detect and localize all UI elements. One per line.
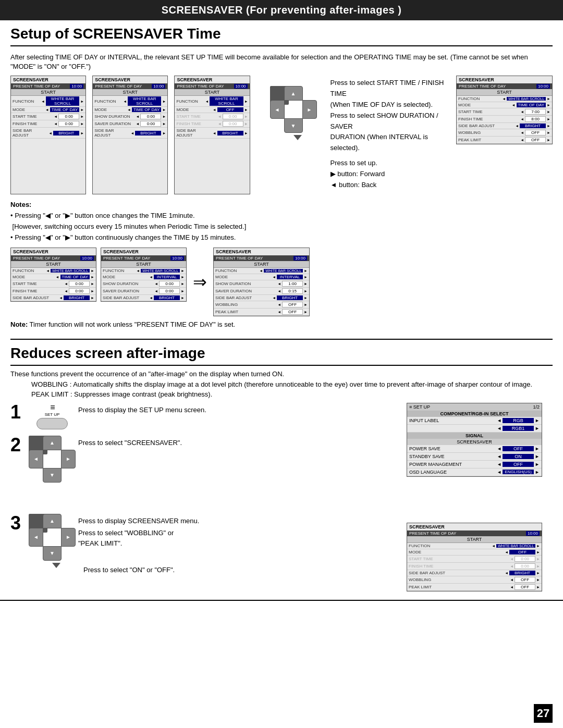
dpad-left-3[interactable]: ◄ [29, 528, 43, 547]
step-2-text: Press to select "SCREENSAVER". [78, 436, 182, 448]
right-menu-area: SCREENSAVER PRESENT TIME OF DAY 10:00 ST… [456, 76, 553, 194]
step-1: 1 ≡ SET UP Press to display the SET UP m… [10, 403, 407, 430]
bottom-menu-area: SCREENSAVER PRESENT TIME OF DAY 10:00 ST… [10, 248, 553, 316]
step-3-icon: ▲ ◄ ► ▼ [31, 514, 73, 561]
remote-section-1: ▲ ◄ ► ▼ Press to select START TIME / FIN… [265, 76, 450, 190]
bottom-note: Note: Timer function will not work unles… [10, 319, 553, 330]
step-1-icon: ≡ SET UP [31, 403, 73, 430]
menu-box-1-titlebar: PRESENT TIME OF DAY 10:00 [11, 83, 85, 89]
arrow-indicator [293, 135, 302, 140]
remote-dpad-1: ▲ ◄ ► ▼ [265, 76, 322, 190]
page-header: SCREENSAVER (For preventing after-images… [0, 0, 563, 20]
step-3: 3 ▲ ◄ ► ▼ Press to display [10, 514, 407, 575]
setup-menu-box: ≡ SET UP 1/2 COMPONENT/RGB-IN SELECT INP… [407, 403, 542, 477]
dpad-left-2[interactable]: ◄ [29, 450, 43, 468]
menu-box-1-header: SCREENSAVER [11, 76, 85, 83]
section2-intro: These functions prevent the occurrence o… [10, 369, 553, 400]
section-divider [10, 339, 553, 340]
dpad-down-2[interactable]: ▼ [43, 468, 62, 483]
step-3-text2: Press to select "WOBBLING" or"PEAK LIMIT… [78, 526, 199, 548]
section1-intro: After selecting TIME OF DAY or INTERVAL,… [10, 53, 553, 71]
menu-box-1: SCREENSAVER PRESENT TIME OF DAY 10:00 ST… [10, 76, 86, 194]
remote-text-1: Press to select START TIME / FINISH TIME… [331, 76, 450, 190]
step-2-icon: ▲ ◄ ► ▼ [31, 436, 73, 483]
dpad-down[interactable]: ▼ [284, 118, 303, 133]
step-3-text3: Press to select "ON" or "OFF". [83, 563, 175, 575]
section2-title: Reduces screen after-image [10, 345, 553, 366]
menu-box-2: SCREENSAVER PRESENT TIME OF DAY 10:00 ST… [92, 76, 168, 194]
header-title: SCREENSAVER (For preventing after-images… [162, 4, 402, 16]
bottom-menu-box-2: SCREENSAVER PRESENT TIME OF DAY 10:00 ST… [101, 248, 187, 302]
steps-left: 1 ≡ SET UP Press to display the SET UP m… [10, 403, 407, 591]
notes-section: Notes: • Pressing "◀" or "▶" button once… [10, 200, 553, 243]
bottom-menu-box-3: SCREENSAVER PRESENT TIME OF DAY 10:00 ST… [213, 248, 310, 316]
dpad-up-3[interactable]: ▲ [43, 514, 62, 528]
section1-title: Setup of SCREENSAVER Time [10, 26, 553, 46]
step-2: 2 ▲ ◄ ► ▼ Press to select "SCREENSAVER". [10, 436, 407, 483]
bottom-menu-box-1: SCREENSAVER PRESENT TIME OF DAY 10:00 ST… [10, 248, 96, 302]
dpad-right-2[interactable]: ► [61, 450, 76, 468]
top-menu-row: SCREENSAVER PRESENT TIME OF DAY 10:00 ST… [10, 76, 553, 194]
menu-box-3: SCREENSAVER PRESENT TIME OF DAY 10:00 ST… [174, 76, 250, 194]
dpad-right[interactable]: ► [302, 100, 317, 119]
arrow-right: ⇒ [193, 272, 207, 292]
dpad-left[interactable]: ◄ [270, 100, 285, 119]
step-3-text1: Press to display SCREENSAVER menu. [78, 514, 199, 526]
screensaver-menu-s2: SCREENSAVER PRESENT TIME OF DAY 10:00 ST… [407, 523, 542, 591]
bottom-border [0, 600, 563, 601]
dpad-right-3[interactable]: ► [61, 528, 76, 547]
right-menu-box: SCREENSAVER PRESENT TIME OF DAY 10:00 ST… [456, 76, 553, 144]
page-number: 27 [534, 704, 553, 723]
step-1-text: Press to display the SET UP menu screen. [78, 403, 206, 415]
dpad-down-3[interactable]: ▼ [43, 546, 62, 561]
dpad-up-2[interactable]: ▲ [43, 436, 62, 450]
dpad-up[interactable]: ▲ [284, 86, 303, 101]
steps-area: 1 ≡ SET UP Press to display the SET UP m… [10, 403, 553, 591]
steps-right: ≡ SET UP 1/2 COMPONENT/RGB-IN SELECT INP… [407, 403, 553, 591]
